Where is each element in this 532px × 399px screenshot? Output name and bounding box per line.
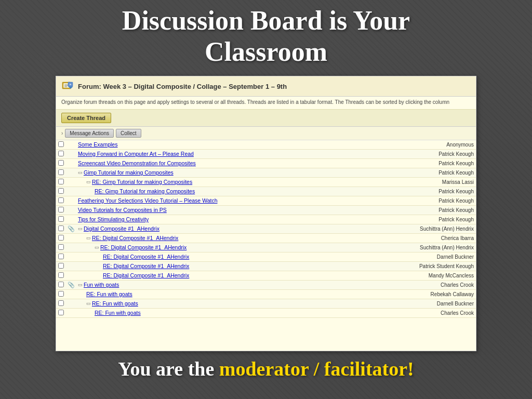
thread-link[interactable]: RE: Fun with goats — [92, 300, 138, 307]
thread-link[interactable]: RE: Gimp Tutorial for making Composites — [92, 179, 192, 185]
thread-author: Cherica Ibarra — [393, 233, 476, 243]
row-checkbox[interactable] — [58, 244, 64, 250]
thread-link[interactable]: Some Examples — [78, 141, 117, 148]
table-row: Feathering Your Selections Video Tutoria… — [56, 196, 476, 205]
table-row: Moving Forward in Computer Art – Please … — [56, 149, 476, 158]
row-checkbox[interactable] — [58, 141, 64, 147]
table-row: ▭ RE: Digital Composite #1_AHendrixSuchi… — [56, 243, 476, 252]
collect-button[interactable]: Collect — [116, 129, 141, 138]
table-row: RE: Gimp Tutorial for making CompositesP… — [56, 187, 476, 196]
row-checkbox[interactable] — [58, 151, 64, 156]
row-checkbox[interactable] — [58, 272, 64, 278]
forum-icon: » — [61, 81, 74, 93]
title-line2: Classroom — [205, 37, 327, 66]
table-row: ▭ Gimp Tutorial for making CompositesPat… — [56, 168, 476, 177]
row-checkbox[interactable] — [58, 254, 64, 259]
thread-link[interactable]: Moving Forward in Computer Art – Please … — [78, 151, 194, 157]
thread-author: Darnell Buckner — [393, 299, 476, 308]
attachment-icon: 📎 — [68, 225, 75, 232]
table-row: ▭ RE: Fun with goatsDarnell Buckner — [56, 299, 476, 308]
thread-link[interactable]: Fun with goats — [84, 282, 119, 288]
thread-author: Marissa Lassi — [393, 177, 476, 187]
thread-link[interactable]: Digital Composite #1_AHendrix — [84, 225, 159, 232]
table-row: RE: Fun with goatsCharles Crook — [56, 308, 476, 317]
row-checkbox[interactable] — [58, 216, 64, 222]
thread-author: Anonymous — [393, 140, 476, 150]
row-checkbox[interactable] — [58, 179, 64, 184]
bottom-highlight: moderator / facilitator! — [219, 358, 414, 380]
row-checkbox[interactable] — [58, 263, 64, 269]
thread-author: Mandy McCancless — [393, 271, 476, 280]
forum-actions-bar: › Message Actions Collect — [56, 127, 476, 140]
thread-author: Rebekah Callaway — [393, 289, 476, 299]
thread-link[interactable]: Video Tutorials for Composites in PS — [78, 207, 167, 213]
row-checkbox[interactable] — [58, 225, 64, 231]
thread-link[interactable]: RE: Digital Composite #1_AHendrix — [92, 235, 178, 241]
thread-link[interactable]: RE: Digital Composite #1_AHendrix — [100, 244, 187, 250]
row-checkbox[interactable] — [58, 291, 64, 297]
forum-toolbar: Create Thread — [56, 110, 476, 127]
table-row: Screencast Video Demonstration for Compo… — [56, 158, 476, 168]
thread-author: Charles Crook — [393, 308, 476, 317]
table-row: 📎▭ Digital Composite #1_AHendrixSuchittr… — [56, 224, 476, 233]
collapse-icon[interactable]: ▭ — [86, 235, 91, 241]
thread-author: Patrick Keough — [393, 158, 476, 168]
thread-table: Some ExamplesAnonymousMoving Forward in … — [56, 140, 476, 318]
thread-author: Patrick Keough — [393, 187, 476, 196]
thread-author: Suchittra (Ann) Hendrix — [393, 243, 476, 252]
collapse-icon[interactable]: ▭ — [78, 226, 83, 231]
thread-link[interactable]: Gimp Tutorial for making Composites — [84, 169, 174, 176]
attachment-icon: 📎 — [68, 282, 75, 288]
thread-link[interactable]: Screencast Video Demonstration for Compo… — [78, 160, 196, 166]
table-row: 📎▭ Fun with goatsCharles Crook — [56, 280, 476, 289]
table-row: RE: Digital Composite #1_AHendrixPatrick… — [56, 261, 476, 271]
collapse-icon[interactable]: ▭ — [95, 245, 99, 250]
table-row: ▭ RE: Digital Composite #1_AHendrixCheri… — [56, 233, 476, 243]
forum-panel: » Forum: Week 3 – Digital Composite / Co… — [56, 76, 476, 351]
thread-author: Patrick Keough — [393, 205, 476, 215]
forum-subtitle: Organize forum threads on this page and … — [56, 97, 476, 110]
row-checkbox[interactable] — [58, 310, 64, 315]
thread-link[interactable]: RE: Fun with goats — [95, 310, 141, 316]
forum-header: » Forum: Week 3 – Digital Composite / Co… — [56, 76, 476, 97]
collapse-icon[interactable]: ▭ — [86, 301, 91, 306]
row-checkbox[interactable] — [58, 188, 64, 194]
thread-link[interactable]: RE: Digital Composite #1_AHendrix — [103, 263, 189, 269]
bottom-text: You are the moderator / facilitator! — [118, 357, 414, 380]
thread-author: Patrick Student Keough — [393, 261, 476, 271]
create-thread-button[interactable]: Create Thread — [61, 113, 111, 123]
row-checkbox[interactable] — [58, 207, 64, 212]
title-line1: Discussion Board is Your — [122, 6, 410, 35]
bottom-prefix: You are the — [118, 358, 219, 380]
thread-author: Patrick Keough — [393, 196, 476, 205]
thread-link[interactable]: Feathering Your Selections Video Tutoria… — [78, 197, 218, 204]
slide-title: Discussion Board is Your Classroom — [122, 5, 410, 68]
table-row: RE: Digital Composite #1_AHendrixDarnell… — [56, 252, 476, 261]
thread-author: Patrick Keough — [393, 215, 476, 224]
table-row: Some ExamplesAnonymous — [56, 140, 476, 150]
thread-link[interactable]: RE: Digital Composite #1_AHendrix — [103, 272, 189, 278]
collapse-icon[interactable]: ▭ — [86, 179, 91, 184]
thread-link[interactable]: Tips for Stimulating Creativity — [78, 216, 149, 222]
thread-author: Charles Crook — [393, 280, 476, 289]
thread-link[interactable]: RE: Digital Composite #1_AHendrix — [103, 254, 189, 260]
table-row: RE: Fun with goatsRebekah Callaway — [56, 289, 476, 299]
thread-link[interactable]: RE: Gimp Tutorial for making Composites — [95, 188, 195, 194]
message-actions-button[interactable]: Message Actions — [65, 129, 114, 138]
row-checkbox[interactable] — [58, 300, 64, 306]
table-row: ▭ RE: Gimp Tutorial for making Composite… — [56, 177, 476, 187]
thread-author: Darnell Buckner — [393, 252, 476, 261]
table-row: RE: Digital Composite #1_AHendrixMandy M… — [56, 271, 476, 280]
forum-title: Forum: Week 3 – Digital Composite / Coll… — [78, 83, 287, 90]
collapse-icon[interactable]: ▭ — [78, 282, 83, 287]
thread-author: Patrick Keough — [393, 168, 476, 177]
row-checkbox[interactable] — [58, 235, 64, 241]
collapse-icon[interactable]: ▭ — [78, 170, 83, 175]
row-checkbox[interactable] — [58, 160, 64, 166]
svg-text:»: » — [70, 83, 72, 86]
thread-link[interactable]: RE: Fun with goats — [86, 291, 132, 297]
row-checkbox[interactable] — [58, 282, 64, 287]
row-checkbox[interactable] — [58, 197, 64, 203]
nav-arrow: › — [61, 130, 63, 136]
row-checkbox[interactable] — [58, 169, 64, 175]
